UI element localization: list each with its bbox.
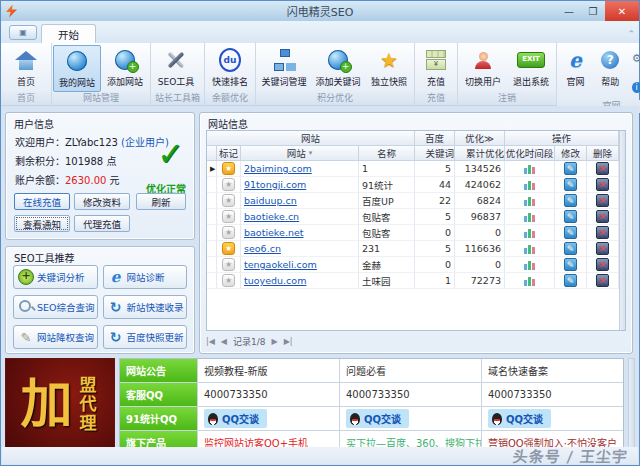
mark-star-icon[interactable] bbox=[222, 226, 235, 239]
table-row[interactable]: baotieke.cn 包贴客 5 96837 bbox=[207, 209, 619, 225]
delete-icon[interactable] bbox=[596, 274, 609, 287]
keyword-mgmt-button[interactable]: 关键词管理 bbox=[257, 45, 311, 92]
site-link[interactable]: baiduup.cn bbox=[244, 195, 297, 206]
prev-page-icon[interactable]: ◀ bbox=[221, 337, 227, 346]
fast-index-button[interactable]: 新站快速收录 bbox=[103, 295, 188, 319]
site-diagnose-button[interactable]: 网站诊断 bbox=[103, 265, 188, 289]
announcement-link[interactable]: 问题必看 bbox=[340, 359, 481, 382]
sort-indicator-icon[interactable]: ▾ bbox=[309, 149, 313, 157]
help-button[interactable]: 帮助 bbox=[593, 45, 628, 100]
mark-star-icon[interactable] bbox=[222, 178, 235, 191]
seo-query-button[interactable]: SEO综合查询 bbox=[13, 295, 98, 319]
chart-icon[interactable] bbox=[524, 164, 535, 174]
site-link[interactable]: 2baiming.com bbox=[244, 163, 312, 174]
snapshot-button[interactable]: 独立快照 bbox=[365, 45, 413, 92]
first-page-icon[interactable]: |◀ bbox=[206, 337, 215, 346]
site-link[interactable]: baotieke.cn bbox=[244, 211, 299, 222]
close-button[interactable]: ✕ bbox=[605, 1, 639, 21]
mark-star-icon[interactable] bbox=[222, 162, 235, 175]
group-header-action[interactable]: 操作 bbox=[505, 131, 619, 146]
minimize-button[interactable]: — bbox=[557, 1, 581, 21]
announcement-link[interactable]: 视频教程-新版 bbox=[198, 359, 339, 382]
seo-tools-button[interactable]: SEO工具 bbox=[152, 45, 200, 92]
ribbon-collapse-icon[interactable]: ⌃ bbox=[627, 29, 635, 39]
agent-recharge-button[interactable]: 代理充值 bbox=[74, 215, 130, 232]
chart-icon[interactable] bbox=[524, 260, 535, 270]
edit-icon[interactable] bbox=[564, 242, 577, 255]
table-row[interactable]: baiduup.cn 百度UP 22 6824 bbox=[207, 193, 619, 209]
col-name[interactable]: 名称 bbox=[359, 146, 415, 161]
edit-icon[interactable] bbox=[564, 258, 577, 271]
chart-icon[interactable] bbox=[524, 212, 535, 222]
recharge-button[interactable]: 充值 bbox=[416, 45, 456, 92]
col-edit[interactable]: 修改 bbox=[555, 146, 587, 161]
keyword-analysis-button[interactable]: 关键词分析 bbox=[13, 265, 98, 289]
group-header-opt[interactable]: 优化≫ bbox=[455, 131, 505, 146]
table-row[interactable]: 91tongji.com 91统计 44 424062 bbox=[207, 177, 619, 193]
edit-icon[interactable] bbox=[564, 226, 577, 239]
edit-icon[interactable] bbox=[564, 194, 577, 207]
my-sites-button[interactable]: 我的网站 bbox=[53, 45, 101, 92]
qq-chat-button[interactable]: QQ交谈 bbox=[204, 409, 267, 428]
tab-start[interactable]: 开始 bbox=[41, 24, 96, 43]
mark-star-icon[interactable] bbox=[222, 274, 235, 287]
col-mark[interactable]: 标记 bbox=[217, 146, 241, 161]
mark-star-icon[interactable] bbox=[222, 242, 235, 255]
snapshot-update-button[interactable]: 百度快照更新 bbox=[103, 325, 188, 349]
col-total[interactable]: 累计优化 bbox=[455, 146, 505, 161]
col-period[interactable]: 优化时间段 bbox=[505, 146, 555, 161]
switch-user-button[interactable]: 切换用户 bbox=[459, 45, 507, 92]
chart-icon[interactable] bbox=[524, 276, 535, 286]
next-page-icon[interactable]: ▶ bbox=[272, 337, 278, 346]
table-row[interactable]: tuoyedu.com 土味园 1 72273 bbox=[207, 273, 619, 289]
chart-icon[interactable] bbox=[524, 180, 535, 190]
maximize-button[interactable]: ❐ bbox=[581, 1, 605, 21]
chart-icon[interactable] bbox=[524, 196, 535, 206]
delete-icon[interactable] bbox=[596, 242, 609, 255]
delete-icon[interactable] bbox=[596, 258, 609, 271]
edit-icon[interactable] bbox=[564, 162, 577, 175]
mark-star-icon[interactable] bbox=[222, 258, 235, 271]
last-page-icon[interactable]: ▶| bbox=[284, 337, 293, 346]
site-link[interactable]: tuoyedu.com bbox=[244, 275, 306, 286]
site-link[interactable]: baotieke.net bbox=[244, 227, 304, 238]
refresh-button[interactable]: 刷新 bbox=[136, 193, 186, 210]
panel-scrollbar[interactable] bbox=[628, 358, 635, 450]
delete-icon[interactable] bbox=[596, 162, 609, 175]
downgrade-query-button[interactable]: 网站降权查询 bbox=[13, 325, 98, 349]
franchise-banner[interactable]: 加 盟代理 bbox=[5, 358, 115, 450]
table-row[interactable]: tengaokeli.com 金赫 0 0 bbox=[207, 257, 619, 273]
table-row[interactable]: seo6.cn 231 5 116636 bbox=[207, 241, 619, 257]
edit-icon[interactable] bbox=[564, 210, 577, 223]
fast-rank-button[interactable]: 快速排名 bbox=[206, 45, 254, 92]
exit-button[interactable]: 退出系统 bbox=[507, 45, 555, 92]
chart-icon[interactable] bbox=[524, 228, 535, 238]
chart-icon[interactable] bbox=[524, 244, 535, 254]
home-button[interactable]: 首页 bbox=[2, 45, 50, 92]
edit-icon[interactable] bbox=[564, 178, 577, 191]
add-site-button[interactable]: 添加网站 bbox=[101, 45, 149, 92]
online-recharge-button[interactable]: 在线充值 bbox=[14, 193, 70, 210]
edit-icon[interactable] bbox=[564, 274, 577, 287]
site-link[interactable]: seo6.cn bbox=[244, 243, 281, 254]
view-notices-button[interactable]: 查看通知 bbox=[14, 215, 70, 232]
qq-chat-button[interactable]: QQ交谈 bbox=[346, 409, 409, 428]
group-header-site[interactable]: 网站 bbox=[207, 131, 415, 146]
delete-icon[interactable] bbox=[596, 226, 609, 239]
official-site-button[interactable]: 官网 bbox=[558, 45, 593, 100]
delete-icon[interactable] bbox=[596, 194, 609, 207]
table-row[interactable]: baotieke.net 包贴客 0 0 bbox=[207, 225, 619, 241]
qq-chat-button[interactable]: QQ交谈 bbox=[488, 409, 551, 428]
col-delete[interactable]: 删除 bbox=[587, 146, 619, 161]
vertical-scrollbar[interactable] bbox=[619, 131, 625, 330]
table-row[interactable]: ▶ 2baiming.com 1 5 134526 bbox=[207, 161, 619, 177]
add-keyword-button[interactable]: 添加关键词 bbox=[311, 45, 365, 92]
settings-button[interactable]: ⚙设置 bbox=[632, 45, 640, 71]
announcement-link[interactable]: 域名快速备案 bbox=[482, 359, 623, 382]
about-button[interactable]: i关于 bbox=[632, 74, 640, 100]
site-link[interactable]: 91tongji.com bbox=[244, 179, 306, 190]
group-header-baidu[interactable]: 百度 bbox=[415, 131, 455, 146]
mark-star-icon[interactable] bbox=[222, 194, 235, 207]
delete-icon[interactable] bbox=[596, 178, 609, 191]
edit-profile-button[interactable]: 修改资料 bbox=[74, 193, 130, 210]
